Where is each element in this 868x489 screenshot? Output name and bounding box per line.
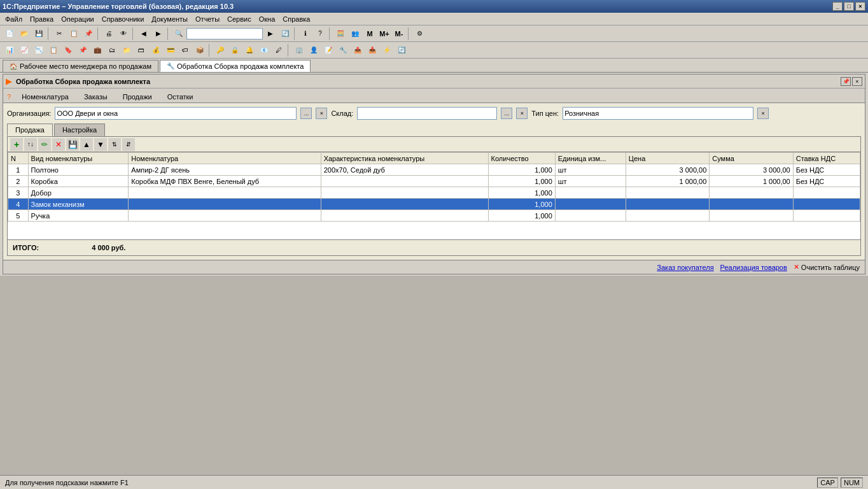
tb-users[interactable]: 👥 [348,27,362,41]
cell-price[interactable] [626,187,709,199]
tb2-1[interactable]: 📊 [3,43,17,57]
sklad-input[interactable] [357,107,497,120]
tb2-9[interactable]: 📁 [120,43,134,57]
tb-mplus[interactable]: M+ [377,27,391,41]
realiztov-link[interactable]: Реализация товаров [720,264,787,271]
inner-tab-sale[interactable]: Продажа [7,124,53,136]
cell-nds[interactable]: Без НДС [793,164,860,176]
tb-m[interactable]: M [363,27,377,41]
cell-qty[interactable]: 1,000 [488,199,555,210]
inner-tab-settings[interactable]: Настройка [54,124,105,136]
tb2-2[interactable]: 📈 [17,43,31,57]
tb-search[interactable]: 🔍 [172,27,186,41]
cell-nds[interactable]: Без НДС [793,176,860,187]
cell-nom[interactable] [129,187,321,199]
tip-clear-btn[interactable]: × [757,108,769,119]
tb2-18[interactable]: 📧 [257,43,271,57]
menu-help[interactable]: Справка [279,14,314,24]
cell-char[interactable] [321,187,488,199]
cell-n[interactable]: 3 [8,187,29,199]
tbl-sort-btn[interactable]: ↑↓ [24,138,37,151]
menu-reports[interactable]: Отчеты [192,14,223,24]
cell-nom[interactable]: Коробка МДФ ПВХ Венге, Беленый дуб [129,176,321,187]
tb2-13[interactable]: 🏷 [178,43,192,57]
cell-vid[interactable]: Коробка [28,176,129,187]
org-dots-btn[interactable]: ... [300,108,312,119]
cell-char[interactable] [321,199,488,210]
menu-file[interactable]: Файл [1,14,26,24]
cell-unit[interactable]: шт [555,164,626,176]
tb2-22[interactable]: 📝 [321,43,335,57]
cell-char[interactable]: 200х70, Седой дуб [321,164,488,176]
maximize-btn[interactable]: □ [844,2,854,11]
cell-n[interactable]: 4 [8,199,29,210]
tb2-8[interactable]: 🗂 [105,43,119,57]
table-row[interactable]: 3Добор1,000 [8,187,860,199]
tb2-19[interactable]: 🖊 [272,43,286,57]
module-close[interactable]: × [852,77,862,86]
cell-n[interactable]: 2 [8,176,29,187]
tb-settings[interactable]: ⚙ [412,27,426,41]
cell-nds[interactable] [793,210,860,222]
tb-forward[interactable]: ▶ [151,27,165,41]
tb2-26[interactable]: ⚡ [380,43,394,57]
cell-n[interactable]: 5 [8,210,29,222]
tb2-5[interactable]: 🔖 [61,43,75,57]
tb-print[interactable]: 🖨 [102,27,116,41]
sklad-dots-btn[interactable]: ... [501,108,512,119]
tb-back[interactable]: ◀ [137,27,151,41]
tb-preview[interactable]: 👁 [116,27,130,41]
tbl-down-btn[interactable]: ▼ [94,138,107,151]
tb2-7[interactable]: 💼 [90,43,104,57]
cell-price[interactable]: 1 000,00 [626,176,709,187]
tbl-sort1-btn[interactable]: ⇅ [108,138,121,151]
cell-price[interactable] [626,199,709,210]
tbl-add-btn[interactable]: + [10,138,23,151]
tb-open[interactable]: 📂 [17,27,31,41]
tb2-14[interactable]: 📦 [193,43,207,57]
cell-sum[interactable]: 1 000,00 [710,176,793,187]
module-pin[interactable]: 📌 [841,77,851,86]
tb2-15[interactable]: 🔑 [213,43,227,57]
search-input[interactable] [186,28,263,39]
tb-save[interactable]: 💾 [32,27,46,41]
tb-calc[interactable]: 🧮 [333,27,347,41]
nav-sales[interactable]: Продажи [116,91,159,103]
cell-sum[interactable] [710,199,793,210]
cell-vid[interactable]: Ручка [28,210,129,222]
tb2-27[interactable]: 🔄 [395,43,409,57]
tb2-20[interactable]: 🏢 [292,43,306,57]
cell-unit[interactable]: шт [555,176,626,187]
close-btn[interactable]: × [855,2,865,11]
menu-docs[interactable]: Документы [148,14,192,24]
tip-input[interactable]: Розничная [563,107,753,120]
zakazpok-link[interactable]: Заказ покупателя [657,264,713,271]
table-row[interactable]: 4Замок механизм1,000 [8,199,860,210]
tbl-up-btn[interactable]: ▲ [80,138,93,151]
menu-operations[interactable]: Операции [57,14,97,24]
clear-table-btn[interactable]: ✕ Очистить таблицу [794,263,860,271]
tb2-6[interactable]: 📌 [76,43,90,57]
tb2-25[interactable]: 📥 [365,43,379,57]
cell-nds[interactable] [793,187,860,199]
tb-info[interactable]: ℹ [298,27,312,41]
menu-refs[interactable]: Справочники [98,14,148,24]
menu-windows[interactable]: Окна [255,14,279,24]
tbl-sort2-btn[interactable]: ⇵ [122,138,135,151]
tb-mminus[interactable]: M- [392,27,406,41]
tb2-24[interactable]: 📤 [351,43,365,57]
tb-cut[interactable]: ✂ [52,27,66,41]
cell-qty[interactable]: 1,000 [488,187,555,199]
menu-edit[interactable]: Правка [26,14,57,24]
tbl-edit-btn[interactable]: ✏ [38,138,51,151]
table-row[interactable]: 5Ручка1,000 [8,210,860,222]
tbl-delete-btn[interactable]: ✕ [52,138,65,151]
cell-n[interactable]: 1 [8,164,29,176]
cell-sum[interactable]: 3 000,00 [710,164,793,176]
tb-new[interactable]: 📄 [3,27,17,41]
cell-price[interactable]: 3 000,00 [626,164,709,176]
menu-service[interactable]: Сервис [223,14,255,24]
cell-nom[interactable] [129,210,321,222]
cell-vid[interactable]: Добор [28,187,129,199]
tb-help[interactable]: ? [313,27,327,41]
